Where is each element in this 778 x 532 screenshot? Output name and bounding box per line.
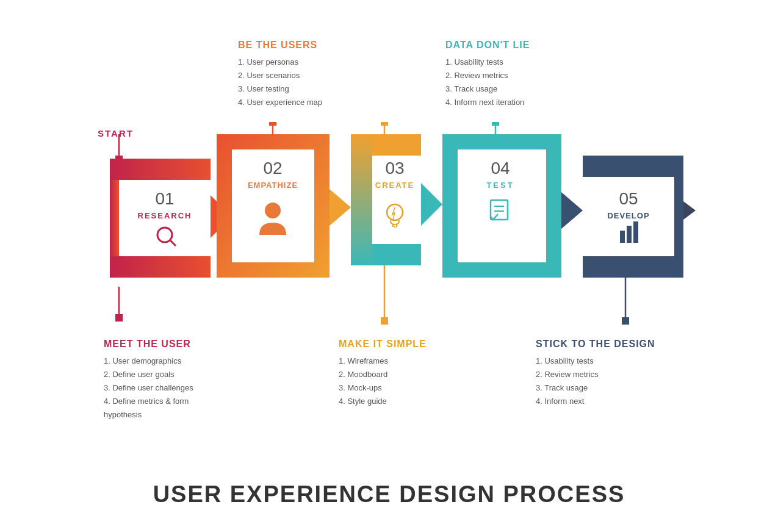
svg-rect-5 <box>110 159 211 180</box>
research-bottom-title: MEET THE USER <box>104 339 193 350</box>
list-item: 1. Usability tests <box>445 56 530 69</box>
bottom-label-create: MAKE IT SIMPLE 1. Wireframes 2. Moodboar… <box>339 339 427 408</box>
empathize-top-list: 1. User personas 2. User scenarios 3. Us… <box>238 56 322 109</box>
svg-text:05: 05 <box>619 189 638 208</box>
create-bottom-list: 1. Wireframes 2. Moodboard 3. Mock-ups 4… <box>339 354 427 408</box>
svg-rect-47 <box>674 156 683 278</box>
test-top-title: DATA DON'T LIE <box>445 40 530 51</box>
list-item: 4. Define metrics & formhypothesis <box>104 395 193 422</box>
svg-point-18 <box>265 203 281 218</box>
svg-text:02: 02 <box>263 159 282 178</box>
main-container: BE THE USERS 1. User personas 2. User sc… <box>0 0 778 532</box>
diagram-svg: 01 RESEARCH 02 EMPATHIZE 03 CREATE <box>85 122 696 336</box>
svg-rect-45 <box>583 156 683 177</box>
svg-rect-53 <box>627 226 632 243</box>
list-item: 4. Inform next <box>536 395 655 408</box>
svg-rect-52 <box>620 231 625 243</box>
svg-rect-25 <box>351 134 372 265</box>
list-item: 2. Define user goals <box>104 368 193 381</box>
svg-point-29 <box>387 204 403 220</box>
list-item: 3. User testing <box>238 82 322 96</box>
list-item: 1. Usability tests <box>536 354 655 368</box>
list-item: 2. Review metrics <box>445 69 530 82</box>
page-title: USER EXPERIENCE DESIGN PROCESS <box>0 481 778 508</box>
svg-marker-15 <box>330 189 351 226</box>
list-item: 4. User experience map <box>238 96 322 109</box>
svg-text:TEST: TEST <box>486 181 514 190</box>
svg-rect-39 <box>492 122 499 126</box>
list-item: 2. Review metrics <box>536 368 655 381</box>
develop-bottom-list: 1. Usability tests 2. Review metrics 3. … <box>536 354 655 408</box>
bottom-label-develop: STICK TO THE DESIGN 1. Usability tests 2… <box>536 339 655 408</box>
bottom-label-research: MEET THE USER 1. User demographics 2. De… <box>104 339 193 422</box>
svg-text:EMPATHIZE: EMPATHIZE <box>248 181 298 190</box>
list-item: 3. Track usage <box>536 381 655 395</box>
research-bottom-list: 1. User demographics 2. Define user goal… <box>104 354 193 422</box>
svg-rect-54 <box>633 221 638 243</box>
svg-rect-6 <box>110 256 211 278</box>
svg-text:DEVELOP: DEVELOP <box>607 211 649 220</box>
list-item: 3. Mock-ups <box>339 381 427 395</box>
svg-rect-46 <box>583 256 683 278</box>
list-item: 3. Track usage <box>445 82 530 96</box>
svg-rect-22 <box>381 122 388 126</box>
svg-text:01: 01 <box>155 189 174 208</box>
svg-rect-34 <box>381 317 388 325</box>
empathize-top-title: BE THE USERS <box>238 40 322 51</box>
list-item: 4. Style guide <box>339 395 427 408</box>
svg-rect-3 <box>115 314 123 322</box>
test-top-list: 1. Usability tests 2. Review metrics 3. … <box>445 56 530 109</box>
svg-text:CREATE: CREATE <box>375 181 414 190</box>
list-item: 1. User personas <box>238 56 322 69</box>
list-item: 2. Moodboard <box>339 368 427 381</box>
svg-rect-20 <box>269 122 276 126</box>
svg-rect-56 <box>622 317 629 325</box>
top-label-test: DATA DON'T LIE 1. Usability tests 2. Rev… <box>445 40 530 109</box>
list-item: 4. Inform next iteration <box>445 96 530 109</box>
list-item: 1. Wireframes <box>339 354 427 368</box>
develop-bottom-title: STICK TO THE DESIGN <box>536 339 655 350</box>
svg-text:04: 04 <box>491 159 510 178</box>
svg-marker-37 <box>561 192 583 229</box>
svg-text:03: 03 <box>385 159 404 178</box>
svg-text:RESEARCH: RESEARCH <box>138 211 192 220</box>
list-item: 1. User demographics <box>104 354 193 368</box>
create-bottom-title: MAKE IT SIMPLE <box>339 339 427 350</box>
top-label-empathize: BE THE USERS 1. User personas 2. User sc… <box>238 40 322 109</box>
svg-marker-26 <box>421 183 442 226</box>
list-item: 3. Define user challenges <box>104 381 193 395</box>
svg-marker-57 <box>683 201 696 220</box>
list-item: 2. User scenarios <box>238 69 322 82</box>
